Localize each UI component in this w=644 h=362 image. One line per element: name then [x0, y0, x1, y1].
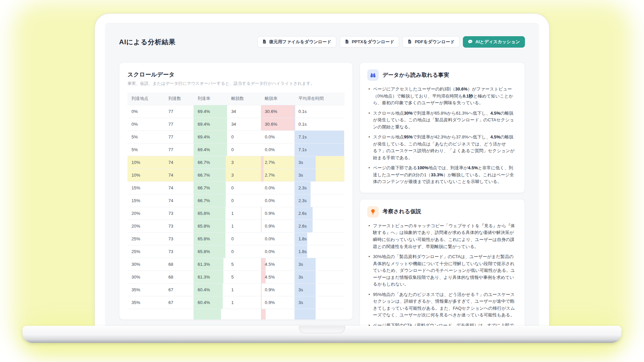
ai-discussion-button[interactable]: AIとディスカッション [463, 36, 525, 48]
table-row[interactable]: 15% 74 66.7% 0 0.0% 2.3s [127, 194, 344, 207]
table-row[interactable]: 0% 77 69.4% 34 30.6% 0.1s [127, 105, 344, 118]
column-header: 離脱数 [227, 96, 261, 102]
hypothesis-item: •ファーストビューのキャッチコピー「ウェブサイトを『見る』から『体験する』へ」は… [369, 223, 517, 250]
chat-bubble-icon [468, 39, 473, 45]
table-row[interactable]: 35% 67 60.4% 1 0.9% 3s [127, 284, 344, 296]
table-row[interactable]: 5% 77 69.4% 0 0.0% 7.1s [127, 131, 344, 143]
content-columns: スクロールデータ 事実、仮説、またはデータ行にマウスオーバーすると、該当するデー… [105, 62, 539, 326]
column-header: 平均滞在時間 [294, 96, 344, 102]
fact-item: •ページにアクセスしたユーザーの約3割（30.6%）がファーストビュー（0%地点… [369, 86, 517, 107]
bullet-marker: • [369, 291, 370, 319]
analysis-column: データから読み取れる事実 •ページにアクセスしたユーザーの約3割（30.6%）が… [360, 62, 525, 326]
exit-rate-bar [261, 309, 266, 320]
download-pdf-button[interactable]: PDFをダウンロード [402, 36, 460, 48]
facts-list: •ページにアクセスしたユーザーの約3割（30.6%）がファーストビュー（0%地点… [367, 86, 517, 185]
bullet-marker: • [369, 86, 370, 107]
reach-rate-bar [194, 309, 221, 320]
fact-item: •ページの最下部である100%地点では、到達率が4.5%と非常に低く、到達したユ… [369, 165, 517, 185]
download-pptx-button[interactable]: PPTXをダウンロード [340, 36, 399, 48]
scroll-data-card: スクロールデータ 事実、仮説、またはデータ行にマウスオーバーすると、該当するデー… [119, 62, 353, 320]
table-row[interactable]: 10% 74 66.7% 3 2.7% 3s [127, 169, 344, 182]
table-row[interactable]: 30% 68 61.3% 5 4.5% 3s [127, 271, 344, 284]
app-header: AIによる分析結果 復元用ファイルをダウンロード PPTXをダウンロード PDF… [105, 23, 539, 48]
table-header-row: 到達地点到達数到達率離脱数離脱率平均滞在時間 [127, 93, 344, 105]
download-restore-file-button[interactable]: 復元用ファイルをダウンロード [257, 36, 336, 48]
scroll-data-table: 到達地点到達数到達率離脱数離脱率平均滞在時間 0% 77 69.4% 34 30… [127, 93, 344, 320]
table-row[interactable]: 25% 73 65.8% 0 0.0% 1.8s [127, 245, 344, 258]
column-header: 到達数 [164, 96, 194, 102]
table-row[interactable]: 20% 73 65.8% 1 0.9% 2.6s [127, 220, 344, 233]
facts-title: データから読み取れる事実 [383, 72, 449, 79]
column-header: 到達率 [194, 96, 227, 102]
table-row[interactable]: 35% 67 60.4% 1 0.9% 3s [127, 296, 344, 309]
fact-item: •スクロール地点30%で到達率が65.8%から61.3%へ低下し、4.5%の離脱… [369, 110, 517, 131]
file-icon [408, 39, 412, 45]
laptop-screen: AIによる分析結果 復元用ファイルをダウンロード PPTXをダウンロード PDF… [105, 23, 539, 326]
bullet-marker: • [369, 253, 370, 288]
table-row[interactable]: 5% 77 69.4% 0 0.0% 7.1s [127, 143, 344, 156]
table-row[interactable]: 25% 73 65.8% 0 0.0% 1.8s [127, 233, 344, 245]
facts-card: データから読み取れる事実 •ページにアクセスしたユーザーの約3割（30.6%）が… [360, 62, 525, 193]
column-header: 離脱率 [261, 96, 294, 102]
toolbar: 復元用ファイルをダウンロード PPTXをダウンロード PDFをダウンロード AI… [257, 36, 525, 48]
table-row[interactable]: 0% 77 69.4% 34 30.6% 0.1s [127, 118, 344, 131]
avg-time-bar [294, 309, 316, 320]
hypotheses-title: 考察される仮説 [383, 208, 421, 215]
lightbulb-icon [367, 206, 379, 218]
table-row[interactable]: 20% 73 65.8% 1 0.9% 2.6s [127, 207, 344, 220]
bullet-marker: • [369, 110, 370, 131]
scroll-data-title: スクロールデータ [127, 71, 344, 78]
facts-header: データから読み取れる事実 [367, 69, 517, 81]
bullet-marker: • [369, 223, 370, 250]
binoculars-icon [367, 69, 379, 81]
table-row[interactable]: 10% 74 66.7% 3 2.7% 3s [127, 156, 344, 169]
laptop-base-notch [299, 326, 345, 334]
fact-item: •スクロール地点95%で到達率が42.3%から37.8%へ低下し、4.5%の離脱… [369, 134, 517, 161]
bullet-marker: • [369, 165, 370, 185]
table-row[interactable] [127, 309, 344, 320]
page-title: AIによる分析結果 [119, 38, 176, 47]
file-icon [262, 39, 267, 45]
hypothesis-item: •95%地点の「あなたのビジネスでは、どう活かせる？」のユースケースセクションは… [369, 291, 517, 319]
bullet-marker: • [369, 134, 370, 161]
column-header: 到達地点 [127, 96, 164, 102]
scroll-data-subtitle: 事実、仮説、またはデータ行にマウスオーバーすると、該当するデータ行がハイライトさ… [127, 81, 344, 86]
table-row[interactable]: 30% 68 61.3% 5 4.5% 3s [127, 258, 344, 271]
hypothesis-item: •30%地点の「製品資料ダウンロード」のCTAは、ユーザーがまだ製品の具体的なメ… [369, 253, 517, 288]
hypotheses-header: 考察される仮説 [367, 206, 517, 218]
page: AIによる分析結果 復元用ファイルをダウンロード PPTXをダウンロード PDF… [0, 0, 644, 362]
table-body: 0% 77 69.4% 34 30.6% 0.1s 0% 77 69.4% 34… [127, 105, 344, 320]
file-icon [345, 39, 349, 45]
hypotheses-card: 考察される仮説 •ファーストビューのキャッチコピー「ウェブサイトを『見る』から『… [360, 199, 525, 326]
hypotheses-list: •ファーストビューのキャッチコピー「ウェブサイトを『見る』から『体験する』へ」は… [367, 223, 517, 326]
table-row[interactable]: 15% 74 66.7% 0 0.0% 2.3s [127, 182, 344, 194]
laptop-base [22, 326, 622, 343]
laptop-frame: AIによる分析結果 復元用ファイルをダウンロード PPTXをダウンロード PDF… [95, 13, 549, 326]
